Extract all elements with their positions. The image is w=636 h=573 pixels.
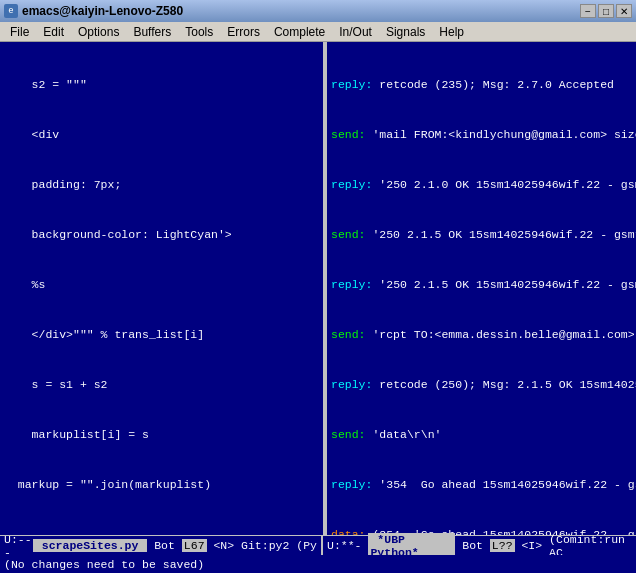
left-code-content[interactable]: s2 = """ <div padding: 7px; background-c… <box>0 42 323 535</box>
menu-edit[interactable]: Edit <box>37 24 70 40</box>
log-line: send: '250 2.1.5 OK 15sm14025946wif.22 -… <box>331 227 632 244</box>
code-line: padding: 7px; <box>4 177 319 194</box>
app-icon: e <box>4 4 18 18</box>
menu-tools[interactable]: Tools <box>179 24 219 40</box>
status-extra-left: (Py <box>296 539 317 552</box>
code-line: markuplist[i] = s <box>4 427 319 444</box>
log-line: reply: '250 2.1.5 OK 15sm14025946wif.22 … <box>331 277 632 294</box>
window-title: emacs@kaiyin-Lenovo-Z580 <box>22 4 183 18</box>
log-line: reply: retcode (250); Msg: 2.1.5 OK 15sm… <box>331 377 632 394</box>
menu-inout[interactable]: In/Out <box>333 24 378 40</box>
close-button[interactable]: ✕ <box>616 4 632 18</box>
status-bar: U:--- scrapeSites.py Bot L67 <N> Git:py2… <box>0 535 636 555</box>
log-line: reply: retcode (235); Msg: 2.7.0 Accepte… <box>331 77 632 94</box>
window-controls[interactable]: − □ ✕ <box>580 4 632 18</box>
minimize-button[interactable]: − <box>580 4 596 18</box>
menu-bar: File Edit Options Buffers Tools Errors C… <box>0 22 636 42</box>
maximize-button[interactable]: □ <box>598 4 614 18</box>
editor-area: s2 = """ <div padding: 7px; background-c… <box>0 42 636 535</box>
log-line: send: 'mail FROM:<kindlychung@gmail.com>… <box>331 127 632 144</box>
status-left: U:--- scrapeSites.py Bot L67 <N> Git:py2… <box>0 536 323 555</box>
code-line: <div <box>4 127 319 144</box>
code-line <box>4 527 319 535</box>
status-line-left: L67 <box>182 539 207 552</box>
status-filename: scrapeSites.py <box>33 539 147 552</box>
status-bot-left: Bot <box>147 539 182 552</box>
status-line-right: L?? <box>490 539 515 552</box>
code-line: </div>""" % trans_list[i] <box>4 327 319 344</box>
log-line: reply: '250 2.1.0 OK 15sm14025946wif.22 … <box>331 177 632 194</box>
menu-errors[interactable]: Errors <box>221 24 266 40</box>
log-line: send: 'rcpt TO:<emma.dessin.belle@gmail.… <box>331 327 632 344</box>
menu-options[interactable]: Options <box>72 24 125 40</box>
title-bar-left: e emacs@kaiyin-Lenovo-Z580 <box>4 4 183 18</box>
status-narrow-left: <N> <box>207 539 242 552</box>
menu-help[interactable]: Help <box>433 24 470 40</box>
code-line: background-color: LightCyan'> <box>4 227 319 244</box>
code-line: markup = "".join(markuplist) <box>4 477 319 494</box>
code-line: s = s1 + s2 <box>4 377 319 394</box>
title-bar: e emacs@kaiyin-Lenovo-Z580 − □ ✕ <box>0 0 636 22</box>
status-bot-right: Bot <box>455 539 490 552</box>
mini-buffer: (No changes need to be saved) <box>0 555 636 573</box>
mini-buffer-text: (No changes need to be saved) <box>4 558 204 571</box>
status-right: U:**- *UBP Python* Bot L?? <I> (Comint:r… <box>323 536 636 555</box>
status-mode-right: U:**- <box>327 539 368 552</box>
left-pane[interactable]: s2 = """ <div padding: 7px; background-c… <box>0 42 323 535</box>
menu-buffers[interactable]: Buffers <box>127 24 177 40</box>
log-line: send: 'data\r\n' <box>331 427 632 444</box>
code-line: s2 = """ <box>4 77 319 94</box>
status-narrow-right: <I> <box>515 539 550 552</box>
menu-complete[interactable]: Complete <box>268 24 331 40</box>
right-pane[interactable]: reply: retcode (235); Msg: 2.7.0 Accepte… <box>325 42 636 535</box>
menu-file[interactable]: File <box>4 24 35 40</box>
log-line: reply: '354 Go ahead 15sm14025946wif.22 … <box>331 477 632 494</box>
status-git-left: Git:py2 <box>241 539 296 552</box>
right-code-content: reply: retcode (235); Msg: 2.7.0 Accepte… <box>327 42 636 535</box>
menu-signals[interactable]: Signals <box>380 24 431 40</box>
code-line: %s <box>4 277 319 294</box>
